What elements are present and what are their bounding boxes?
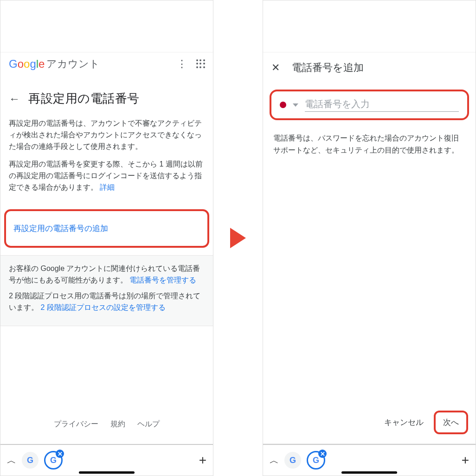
dialog-actions: キャンセル 次へ <box>263 406 476 444</box>
country-flag-icon[interactable] <box>280 102 286 108</box>
arrow-right-icon <box>230 228 246 248</box>
next-button[interactable]: 次へ <box>443 418 459 427</box>
apps-grid-icon[interactable] <box>196 59 206 69</box>
status-bar-area <box>263 0 476 52</box>
new-tab-icon[interactable]: + <box>199 453 206 468</box>
tab-close-badge-icon[interactable]: ✕ <box>318 450 327 458</box>
info-paragraph-1: お客様の Google アカウントに関連付けられている電話番号が他にもある可能性… <box>9 263 205 286</box>
new-tab-icon[interactable]: + <box>462 453 469 468</box>
google-logo: Google <box>9 58 45 71</box>
screen-recovery-phone: Google アカウント ⋮ ← 再設定用の電話番号 再設定用の電話番号は、アカ… <box>0 0 213 476</box>
google-header: Google アカウント ⋮ <box>0 52 213 77</box>
info-paragraph-2: 2 段階認証プロセス用の電話番号は別の場所で管理されています。 2 段階認証プロ… <box>9 290 205 314</box>
manage-phone-link[interactable]: 電話番号を管理する <box>129 276 196 284</box>
dialog-description: 電話番号は、パスワードを忘れた場合のアカウント復旧サポートなど、セキュリティ上の… <box>263 120 476 156</box>
chevron-up-icon[interactable]: ︿ <box>270 454 279 467</box>
page-title: 再設定用の電話番号 <box>28 90 140 107</box>
tab-google-active[interactable]: G ✕ <box>44 451 63 470</box>
home-indicator <box>79 471 135 474</box>
paragraph-2: 再設定用の電話番号を変更する際、そこから 1 週間は以前の再設定用の電話番号にロ… <box>9 159 205 193</box>
title-row: ← 再設定用の電話番号 <box>0 77 213 115</box>
country-dropdown-caret-icon[interactable] <box>293 103 298 107</box>
paragraph-1: 再設定用の電話番号は、アカウントで不審なアクティビティが検出された場合やアカウン… <box>9 118 205 152</box>
chevron-up-icon[interactable]: ︿ <box>7 454 16 467</box>
add-recovery-phone-highlight: 再設定用の電話番号の追加 <box>4 209 209 248</box>
details-link[interactable]: 詳細 <box>100 183 115 191</box>
body-text: 再設定用の電話番号は、アカウントで不審なアクティビティが検出された場合やアカウン… <box>0 115 213 200</box>
cancel-button[interactable]: キャンセル <box>384 417 424 428</box>
back-arrow-icon[interactable]: ← <box>9 92 20 105</box>
dialog-title: 電話番号を追加 <box>292 61 364 75</box>
home-indicator <box>341 471 397 474</box>
browser-bottom-bar: ︿ G G ✕ + <box>263 444 476 476</box>
status-bar-area <box>0 0 213 52</box>
footer-links: プライバシー 規約 ヘルプ <box>0 406 213 444</box>
footer-terms-link[interactable]: 規約 <box>110 419 125 429</box>
tab-google-inactive[interactable]: G <box>284 452 301 469</box>
tab-close-badge-icon[interactable]: ✕ <box>56 450 64 458</box>
more-icon[interactable]: ⋮ <box>177 59 187 69</box>
footer-help-link[interactable]: ヘルプ <box>137 419 160 429</box>
account-label: アカウント <box>46 57 100 71</box>
dialog-header: ✕ 電話番号を追加 <box>263 52 476 83</box>
next-button-highlight: 次へ <box>434 411 468 434</box>
info-block: お客様の Google アカウントに関連付けられている電話番号が他にもある可能性… <box>0 255 213 326</box>
screen-add-phone: ✕ 電話番号を追加 電話番号は、パスワードを忘れた場合のアカウント復旧サポートな… <box>263 0 476 476</box>
manage-2sv-link[interactable]: 2 段階認証プロセスの設定を管理する <box>40 303 165 311</box>
browser-bottom-bar: ︿ G G ✕ + <box>0 444 213 476</box>
phone-number-input[interactable] <box>305 98 459 112</box>
phone-input-highlight <box>270 90 469 120</box>
flow-arrow <box>213 0 263 476</box>
add-recovery-phone-link[interactable]: 再設定用の電話番号の追加 <box>13 224 108 233</box>
close-icon[interactable]: ✕ <box>271 62 280 74</box>
tab-google-inactive[interactable]: G <box>22 452 39 469</box>
footer-privacy-link[interactable]: プライバシー <box>54 419 98 429</box>
tab-google-active[interactable]: G ✕ <box>307 451 325 470</box>
